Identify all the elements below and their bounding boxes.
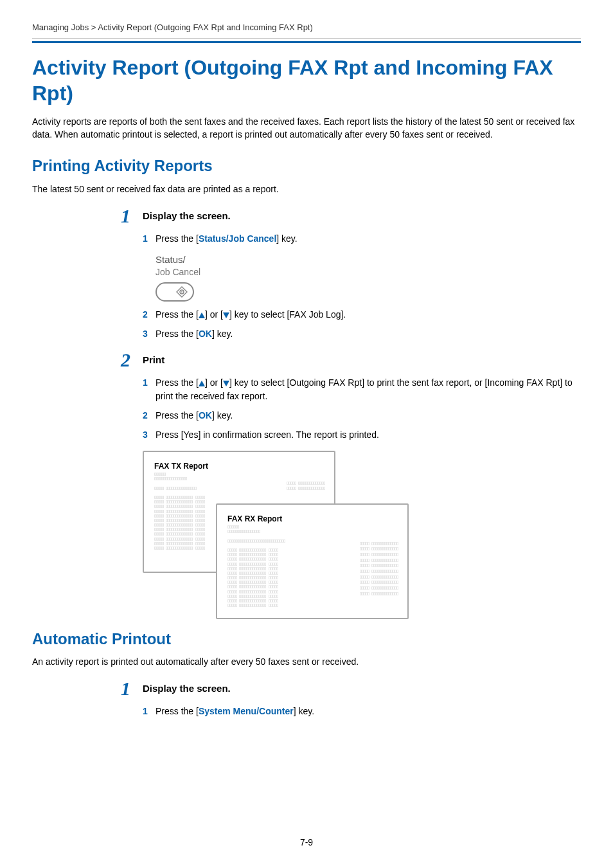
step-2-item-2: 2 Press the [OK] key. (143, 409, 581, 422)
section-printing-reports: Printing Activity Reports (32, 155, 581, 177)
text: Press the [ (155, 309, 199, 320)
step-1-item-2: 2 Press the [] or [] key to select [FAX … (143, 308, 581, 321)
down-arrow-icon (223, 312, 229, 318)
step-1-item-1: 1 Press the [Status/Job Cancel] key. (143, 232, 581, 245)
step-2-item-1: 1 Press the [] or [] key to select [Outg… (143, 376, 581, 402)
text: ] key to select [FAX Job Log]. (229, 309, 346, 320)
step-number-1: 1 (121, 679, 143, 698)
oval-button-icon (155, 282, 194, 302)
key-status-job-cancel: Status/Job Cancel (199, 233, 276, 244)
diamond-eye-icon (176, 286, 188, 298)
status-job-cancel-button-illustration: Status/ Job Cancel (155, 253, 581, 302)
text: ] or [ (205, 309, 223, 320)
auto-step-1-item-1: 1 Press the [System Menu/Counter] key. (143, 705, 581, 718)
fax-rx-report-sheet: FAX RX Report ▯▯▯▯▯▯▯▯▯▯▯▯▯▯▯▯▯▯▯▯▯▯▯▯▯▯… (216, 503, 409, 619)
text: ] key. (294, 706, 314, 716)
up-arrow-icon (199, 312, 205, 318)
step-1-title: Display the screen. (143, 206, 231, 223)
text: Press the [ (155, 329, 199, 339)
fax-reports-illustration: FAX TX Report ▯▯▯▯▯▯▯▯▯▯▯▯▯▯▯▯▯▯▯▯▯▯▯▯▯▯… (143, 451, 581, 618)
fax-rx-report-title: FAX RX Report (227, 514, 397, 525)
auto-step-1: 1 Display the screen. (32, 679, 581, 698)
button-label-line2: Job Cancel (155, 266, 581, 278)
key-ok: OK (199, 329, 212, 339)
page-title: Activity Report (Outgoing FAX Rpt and In… (32, 55, 581, 106)
accent-bar (32, 41, 581, 43)
page-number: 7-9 (0, 836, 613, 849)
auto-step-1-title: Display the screen. (143, 679, 231, 696)
substep-number: 1 (143, 376, 155, 389)
report-filler: ▯▯▯▯▯ ▯▯▯▯▯▯▯▯▯▯▯▯▯▯▯▯▯▯▯ ▯▯▯▯▯▯▯▯▯▯▯▯▯▯… (360, 541, 398, 597)
step-1-item-3: 3 Press the [OK] key. (143, 327, 581, 340)
up-arrow-icon (199, 381, 205, 386)
breadcrumb: Managing Jobs > Activity Report (Outgoin… (32, 22, 581, 39)
fax-tx-report-title: FAX TX Report (154, 461, 324, 472)
text: ] key. (212, 329, 233, 339)
substep-number: 2 (143, 308, 155, 321)
text: Press the [ (155, 410, 199, 420)
substep-number: 3 (143, 428, 155, 441)
text: Press the [ (155, 377, 199, 388)
button-label-line1: Status/ (155, 253, 581, 267)
step-1: 1 Display the screen. (32, 206, 581, 226)
substep-number: 1 (143, 232, 155, 245)
text: Press the [ (155, 233, 199, 244)
section-printing-sub: The latest 50 sent or received fax data … (32, 183, 581, 195)
section-automatic-printout: Automatic Printout (32, 628, 581, 651)
text: Press [Yes] in confirmation screen. The … (155, 428, 581, 441)
step-2-item-3: 3 Press [Yes] in confirmation screen. Th… (143, 428, 581, 441)
text: Press the [ (155, 706, 199, 716)
substep-number: 2 (143, 409, 155, 422)
svg-point-2 (181, 291, 182, 293)
step-2-title: Print (143, 350, 164, 367)
key-system-menu-counter: System Menu/Counter (199, 706, 294, 716)
step-2: 2 Print (32, 350, 581, 370)
key-ok: OK (199, 410, 212, 420)
substep-number: 1 (143, 705, 155, 718)
text: ] key. (212, 410, 233, 420)
substep-number: 3 (143, 327, 155, 340)
step-number-2: 2 (121, 350, 143, 370)
step-number-1: 1 (121, 206, 143, 226)
text: ] or [ (205, 377, 223, 388)
intro-paragraph: Activity reports are reports of both the… (32, 115, 581, 141)
text: ] key. (276, 233, 297, 244)
report-filler: ▯▯▯▯▯ ▯▯▯▯▯▯▯▯▯▯▯▯▯▯▯▯▯▯▯ ▯▯▯▯▯▯▯▯▯▯▯▯▯▯ (287, 480, 325, 491)
section-automatic-sub: An activity report is printed out automa… (32, 655, 581, 668)
down-arrow-icon (223, 381, 229, 386)
